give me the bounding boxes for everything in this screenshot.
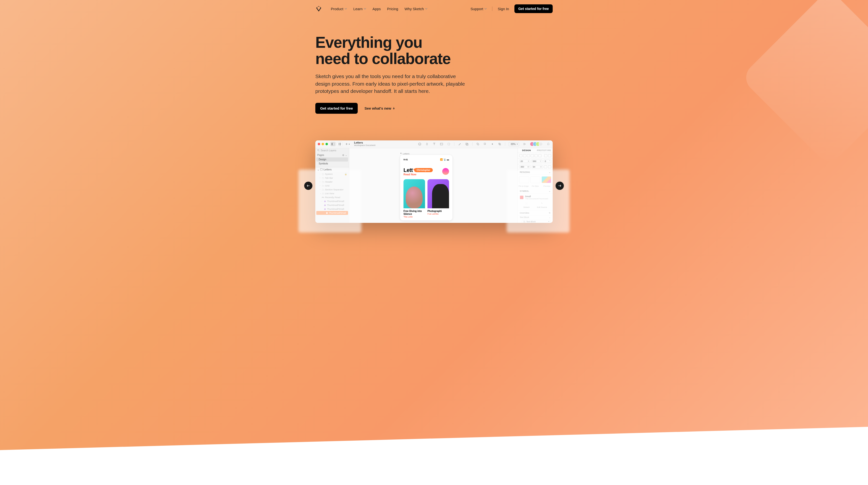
nav-label: Sign In <box>498 7 509 11</box>
align-middle-button[interactable] <box>534 154 538 157</box>
nav-label: Product <box>331 7 343 11</box>
align-top-button[interactable] <box>531 154 534 157</box>
insert-button[interactable]: ＋▾ <box>345 142 350 146</box>
artboard-title: Lett <box>403 167 413 173</box>
text-icon <box>433 142 436 146</box>
nav-why-sketch[interactable]: Why Sketch <box>404 7 428 11</box>
intersect-icon <box>491 142 494 146</box>
tab-prototype[interactable]: PROTOTYPE <box>535 148 553 153</box>
nav-product[interactable]: Product <box>331 7 347 11</box>
grid-icon <box>339 143 341 145</box>
search-placeholder: Search Layers <box>321 149 336 152</box>
x-field[interactable]: 20X <box>519 160 530 163</box>
difference-tool[interactable] <box>498 142 502 146</box>
pencil-tool[interactable] <box>458 142 462 146</box>
w-field[interactable]: 350W <box>519 165 531 169</box>
flip-v-button[interactable] <box>548 165 551 168</box>
link-label: See what's new <box>365 106 391 110</box>
hero-title-line: Everything you <box>315 34 422 51</box>
logo[interactable] <box>315 5 322 12</box>
get-started-button[interactable]: Get started for free <box>515 4 553 13</box>
carousel-next-button[interactable] <box>556 182 564 190</box>
add-page-icon[interactable]: ⊕ <box>342 154 344 156</box>
components-view-button[interactable] <box>337 142 342 146</box>
svg-rect-9 <box>448 143 450 145</box>
nav-support[interactable]: Support <box>471 7 487 11</box>
mask-tool[interactable] <box>465 142 469 146</box>
page-item[interactable]: Symbols <box>315 162 349 166</box>
svg-rect-2 <box>339 143 340 144</box>
arrow-left-icon <box>307 184 310 188</box>
preview-button[interactable] <box>523 142 527 146</box>
nav-apps[interactable]: Apps <box>372 7 381 11</box>
blur-preview-left <box>299 170 361 233</box>
close-dot[interactable] <box>318 143 320 145</box>
card-author: Fua Lamba <box>428 213 449 215</box>
text-tool[interactable] <box>432 142 436 146</box>
document-title[interactable]: Letters Workspace Document <box>354 141 375 147</box>
titlebar: ＋▾ Letters Workspace Document <box>315 140 553 148</box>
image-tool[interactable] <box>440 142 443 146</box>
intersect-tool[interactable] <box>490 142 494 146</box>
align-right-button[interactable] <box>527 154 530 157</box>
nav-pricing[interactable]: Pricing <box>387 7 398 11</box>
doc-subtitle-text: Workspace Document <box>354 144 375 147</box>
collaborator-cursor: Christopher <box>414 168 433 172</box>
angle-field[interactable]: 0° <box>544 160 551 163</box>
page-item[interactable]: Design <box>316 158 348 162</box>
sidebar-toggle-button[interactable] <box>330 142 336 146</box>
subtract-icon <box>484 142 487 146</box>
card-image <box>428 179 449 208</box>
artboard-label[interactable]: Letters <box>400 152 409 155</box>
whats-new-link[interactable]: See what's new <box>365 106 395 110</box>
distribute-v-button[interactable] <box>548 154 551 157</box>
maximize-dot[interactable] <box>326 143 328 145</box>
nav-label: Support <box>471 7 484 11</box>
mask-icon <box>465 142 469 146</box>
signal-icon: 📶 <box>440 159 443 161</box>
tab-design[interactable]: DESIGN <box>518 148 535 153</box>
hero-cta-button[interactable]: Get started for free <box>315 103 358 114</box>
pages-header: Pages ⊕ ⌄ <box>315 153 349 158</box>
notifications-button[interactable] <box>547 142 550 146</box>
field-value: 580 <box>533 160 536 163</box>
read-now-label: Read Now <box>403 173 433 176</box>
collapse-icon[interactable]: ⌄ <box>345 154 347 156</box>
h-field[interactable]: 64H <box>532 165 543 169</box>
distribute-h-button[interactable] <box>544 154 547 157</box>
union-icon <box>476 142 479 146</box>
align-center-button[interactable] <box>523 154 526 157</box>
nav-learn[interactable]: Learn <box>353 7 366 11</box>
chevron-down-icon <box>485 7 487 10</box>
card-title: Photographi <box>428 210 449 213</box>
image-icon <box>440 142 443 146</box>
sign-in-link[interactable]: Sign In <box>498 7 509 11</box>
svg-rect-7 <box>440 143 443 145</box>
chevron-down-icon <box>425 7 428 10</box>
y-field[interactable]: 580Y <box>531 160 542 163</box>
align-bottom-button[interactable] <box>538 154 541 157</box>
svg-rect-1 <box>332 143 333 145</box>
nav-label: Pricing <box>387 7 398 11</box>
flag-icon <box>400 153 402 155</box>
sidebar-icon <box>332 143 335 145</box>
union-tool[interactable] <box>476 142 480 146</box>
collaborator-avatars[interactable]: ⋯ <box>530 142 543 146</box>
field-value: 64 <box>533 166 535 168</box>
hotspot-tool[interactable] <box>447 142 451 146</box>
svg-point-8 <box>441 144 441 144</box>
canvas[interactable]: Letters 9:41 📶 📡 ▬ <box>349 148 518 223</box>
profile-avatar <box>442 168 449 175</box>
zoom-select[interactable]: 89% <box>508 142 519 146</box>
subtract-tool[interactable] <box>483 142 487 146</box>
difference-icon <box>498 142 501 146</box>
artboard-name: Letters <box>403 152 409 155</box>
symbol-tool[interactable] <box>418 142 422 146</box>
layer-search[interactable]: Search Layers <box>315 148 349 153</box>
align-left-button[interactable] <box>519 154 522 157</box>
symbol-icon <box>418 142 422 146</box>
style-tool[interactable] <box>425 142 429 146</box>
flip-h-button[interactable] <box>544 165 547 168</box>
carousel-prev-button[interactable] <box>304 182 312 190</box>
minimize-dot[interactable] <box>321 143 324 145</box>
